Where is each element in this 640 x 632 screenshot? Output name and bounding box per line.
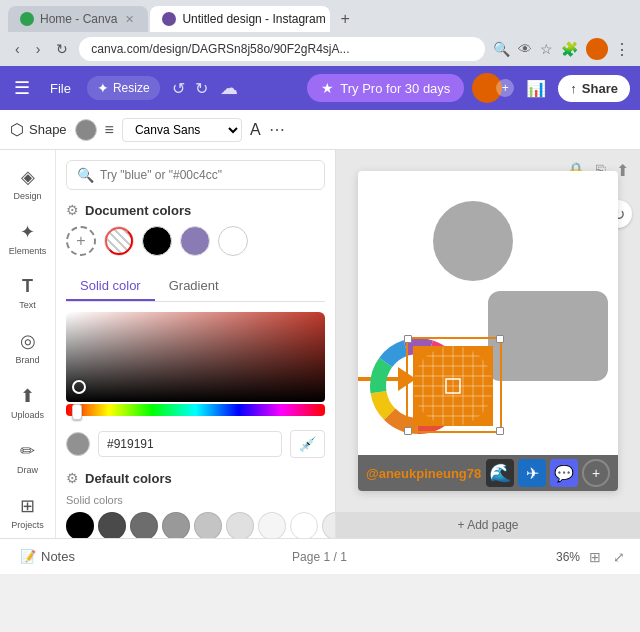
- uploads-icon: ⬆: [20, 385, 35, 407]
- color-gradient[interactable]: [66, 312, 325, 402]
- resize-icon: ✦: [97, 80, 109, 96]
- shape-text: Shape: [29, 122, 67, 137]
- white-swatch[interactable]: [218, 226, 248, 256]
- gradient-tab[interactable]: Gradient: [155, 272, 233, 301]
- watermark-text: @aneukpineung78: [366, 466, 481, 481]
- font-select[interactable]: Canva Sans: [122, 118, 242, 142]
- more-options-icon[interactable]: ⋯: [269, 120, 285, 139]
- projects-icon: ⊞: [20, 495, 35, 517]
- add-page-label: + Add page: [457, 518, 518, 532]
- file-button[interactable]: File: [42, 77, 79, 100]
- hex-row: 💉: [66, 430, 325, 458]
- text-icon: T: [22, 276, 33, 297]
- notes-label: Notes: [41, 549, 75, 564]
- profile-circle[interactable]: [586, 38, 608, 60]
- analytics-icon[interactable]: 📊: [522, 75, 550, 102]
- selection-box[interactable]: [406, 337, 502, 433]
- black-swatch[interactable]: [142, 226, 172, 256]
- hamburger-icon[interactable]: ☰: [10, 73, 34, 103]
- shape-icon: ⬡: [10, 120, 24, 139]
- swatch-light1[interactable]: [226, 512, 254, 538]
- tab-home[interactable]: Home - Canva ✕: [8, 6, 148, 32]
- swatch-black[interactable]: [66, 512, 94, 538]
- add-page-bar[interactable]: + Add page: [336, 512, 640, 538]
- bottom-right: 36% ⊞ ⤢: [556, 546, 628, 568]
- search-icon[interactable]: 🔍: [491, 39, 512, 59]
- canvas-circle[interactable]: [433, 201, 513, 281]
- grid-view-button[interactable]: ⊞: [586, 546, 604, 568]
- sidebar-item-brand[interactable]: ◎ Brand: [4, 322, 52, 373]
- sidebar-item-uploads[interactable]: ⬆ Uploads: [4, 377, 52, 428]
- swatch-dark[interactable]: [98, 512, 126, 538]
- sidebar-item-label-design: Design: [13, 191, 41, 201]
- cloud-icon[interactable]: ☁: [220, 77, 238, 99]
- sidebar-item-projects[interactable]: ⊞ Projects: [4, 487, 52, 538]
- share-icon: ↑: [570, 81, 577, 96]
- add-profile-button[interactable]: +: [496, 79, 514, 97]
- color-search-bar: 🔍: [66, 160, 325, 190]
- resize-label: Resize: [113, 81, 150, 95]
- try-pro-button[interactable]: ★ Try Pro for 30 days: [307, 74, 464, 102]
- color-search-input[interactable]: [100, 168, 314, 182]
- lines-icon[interactable]: ≡: [105, 121, 114, 139]
- extension-icon[interactable]: 🧩: [559, 39, 580, 59]
- address-icons: 🔍 👁 ☆ 🧩: [491, 39, 580, 59]
- swatch-gray2[interactable]: [162, 512, 190, 538]
- swatch-gray1[interactable]: [130, 512, 158, 538]
- solid-color-tab[interactable]: Solid color: [66, 272, 155, 301]
- swatch-off-white[interactable]: [322, 512, 336, 538]
- forward-button[interactable]: ›: [31, 38, 46, 60]
- swatch-light2[interactable]: [258, 512, 286, 538]
- tab-bar: Home - Canva ✕ Untitled design - Instagr…: [0, 0, 640, 32]
- document-icon: ⚙: [66, 202, 79, 218]
- redo-button[interactable]: ↻: [191, 75, 212, 102]
- home-tab-label: Home - Canva: [40, 12, 117, 26]
- design-favicon: [162, 12, 176, 26]
- notes-button[interactable]: 📝 Notes: [12, 545, 83, 568]
- purple-swatch[interactable]: [180, 226, 210, 256]
- color-preview[interactable]: [75, 119, 97, 141]
- color-picker-area[interactable]: [66, 312, 325, 422]
- swatch-white[interactable]: [290, 512, 318, 538]
- back-button[interactable]: ‹: [10, 38, 25, 60]
- resize-button[interactable]: ✦ Resize: [87, 76, 160, 100]
- menu-dots[interactable]: ⋮: [614, 40, 630, 59]
- reload-button[interactable]: ↻: [51, 38, 73, 60]
- canvas-rect[interactable]: [488, 291, 608, 381]
- brand-icon: ◎: [20, 330, 36, 352]
- eyedropper-button[interactable]: 💉: [290, 430, 325, 458]
- color-panel: 🔍 ⚙ Document colors + Solid color: [56, 150, 336, 538]
- undo-button[interactable]: ↺: [168, 75, 189, 102]
- sidebar-item-label-projects: Projects: [11, 520, 44, 530]
- try-pro-star-icon: ★: [321, 80, 334, 96]
- transparent-swatch[interactable]: [104, 226, 134, 256]
- profile-add-group: +: [472, 73, 514, 103]
- elements-icon: ✦: [20, 221, 35, 243]
- top-toolbar: ☰ File ✦ Resize ↺ ↻ ☁ ★ Try Pro for 30 d…: [0, 66, 640, 110]
- add-color-button[interactable]: +: [66, 226, 96, 256]
- sidebar-item-design[interactable]: ◈ Design: [4, 158, 52, 209]
- tab-design[interactable]: Untitled design - Instagram ... ✕: [150, 6, 330, 32]
- sidebar-item-text[interactable]: T Text: [4, 268, 52, 318]
- expand-button[interactable]: ⤢: [610, 546, 628, 568]
- address-input[interactable]: [79, 37, 485, 61]
- swatch-gray3[interactable]: [194, 512, 222, 538]
- share-button[interactable]: ↑ Share: [558, 75, 630, 102]
- zoom-value[interactable]: 36%: [556, 550, 580, 564]
- main-content: ◈ Design ✦ Elements T Text ◎ Brand ⬆ Upl…: [0, 150, 640, 538]
- address-bar: ‹ › ↻ 🔍 👁 ☆ 🧩 ⋮: [0, 32, 640, 66]
- star-icon[interactable]: ☆: [538, 39, 555, 59]
- text-color-icon[interactable]: A: [250, 121, 261, 139]
- sidebar-item-label-uploads: Uploads: [11, 410, 44, 420]
- sidebar-item-draw[interactable]: ✏ Draw: [4, 432, 52, 483]
- bottom-bar: 📝 Notes Page 1 / 1 36% ⊞ ⤢: [0, 538, 640, 574]
- add-circle-icon: +: [582, 459, 610, 487]
- hex-input[interactable]: [98, 431, 282, 457]
- home-tab-close[interactable]: ✕: [123, 13, 136, 26]
- sidebar-item-elements[interactable]: ✦ Elements: [3, 213, 53, 264]
- canvas-page[interactable]: @aneukpineung78 🌊 ✈ 💬 +: [358, 171, 618, 491]
- eye-slash-icon[interactable]: 👁: [516, 39, 534, 59]
- hue-slider[interactable]: [66, 404, 325, 416]
- new-tab-button[interactable]: +: [332, 6, 357, 32]
- color-handle[interactable]: [72, 380, 86, 394]
